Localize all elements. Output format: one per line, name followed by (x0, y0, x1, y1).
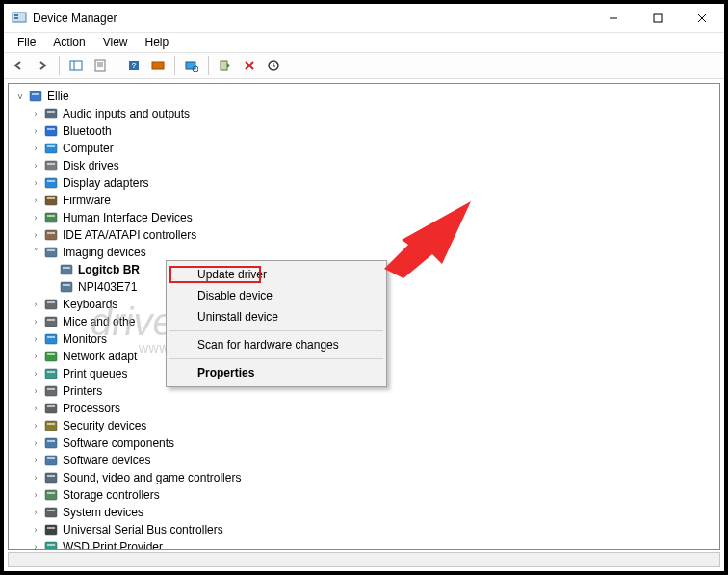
svg-rect-47 (47, 301, 55, 303)
minimize-button[interactable] (591, 4, 636, 32)
expand-icon[interactable]: › (30, 524, 41, 536)
expand-icon[interactable]: › (30, 108, 41, 119)
menu-view[interactable]: View (95, 34, 136, 51)
computer-icon (43, 141, 59, 156)
expand-icon[interactable]: › (30, 316, 41, 327)
expand-icon[interactable]: › (30, 177, 41, 189)
context-menu-item[interactable]: Disable device (169, 285, 384, 306)
svg-rect-73 (47, 527, 55, 529)
tree-category[interactable]: › Audio inputs and outputs (14, 105, 719, 122)
expand-icon[interactable]: › (30, 420, 41, 431)
tree-category-label: System devices (63, 506, 143, 519)
collapse-icon[interactable]: v (14, 91, 26, 102)
action-icon[interactable] (147, 55, 169, 76)
tree-category[interactable]: › Software devices (14, 452, 719, 469)
expand-icon[interactable]: › (30, 299, 41, 310)
tree-category-label: Keyboards (63, 298, 117, 311)
svg-rect-55 (47, 371, 55, 373)
scan-hardware-icon[interactable] (181, 55, 202, 76)
toolbar-separator (174, 56, 175, 75)
tree-category[interactable]: › Firmware (14, 192, 719, 209)
expand-icon[interactable]: › (30, 333, 41, 345)
svg-rect-28 (45, 144, 57, 153)
expand-icon[interactable]: › (30, 125, 41, 137)
properties-page-icon[interactable] (90, 55, 111, 76)
tree-category-label: Bluetooth (63, 124, 112, 138)
menu-help[interactable]: Help (138, 34, 177, 51)
uninstall-icon[interactable] (263, 55, 284, 76)
svg-rect-40 (45, 248, 57, 257)
expand-icon[interactable]: › (30, 403, 41, 414)
tree-category-label: Disk drives (63, 159, 119, 172)
tree-category[interactable]: › Computer (14, 140, 719, 157)
help-icon[interactable]: ? (123, 55, 144, 76)
toolbar-separator (208, 56, 209, 75)
svg-rect-2 (14, 17, 18, 19)
expand-icon[interactable]: › (30, 212, 41, 223)
tree-category[interactable]: › Storage controllers (14, 486, 719, 504)
menu-action[interactable]: Action (45, 34, 92, 51)
disable-icon[interactable] (239, 55, 260, 76)
expand-icon[interactable]: › (30, 160, 41, 171)
close-button[interactable] (680, 4, 724, 32)
tree-category[interactable]: › WSD Print Provider (14, 538, 719, 550)
camera-icon (59, 262, 74, 277)
tree-category[interactable]: › Security devices (14, 417, 719, 434)
expand-icon[interactable]: › (30, 229, 41, 241)
tree-category[interactable]: › Universal Serial Bus controllers (14, 521, 719, 538)
svg-rect-46 (45, 300, 57, 309)
context-menu-separator (169, 358, 383, 359)
expand-icon[interactable]: › (30, 541, 41, 550)
expand-icon[interactable]: › (30, 437, 41, 449)
window-title: Device Manager (33, 12, 591, 25)
root-icon (28, 89, 43, 104)
tree-category-label: Network adapt (63, 350, 137, 363)
expand-icon[interactable]: › (30, 143, 41, 154)
tree-root[interactable]: v Ellie (14, 88, 719, 105)
camera-icon (59, 279, 74, 295)
expand-icon[interactable]: › (30, 507, 41, 518)
svg-rect-66 (45, 473, 57, 483)
context-menu-item[interactable]: Properties (169, 362, 384, 383)
tree-category[interactable]: › Disk drives (14, 157, 719, 174)
expand-icon[interactable]: › (30, 385, 41, 397)
toolbar-separator (59, 56, 60, 75)
svg-rect-57 (47, 388, 55, 390)
tree-category[interactable]: › Display adapters (14, 174, 719, 192)
tree-category[interactable]: › System devices (14, 504, 719, 521)
expand-icon[interactable]: › (30, 489, 41, 501)
tree-category[interactable]: › Sound, video and game controllers (14, 469, 719, 486)
svg-rect-32 (45, 178, 57, 188)
tree-category[interactable]: › Processors (14, 400, 719, 417)
maximize-button[interactable] (636, 4, 680, 32)
back-icon[interactable] (8, 55, 29, 76)
expand-icon[interactable]: › (30, 368, 41, 379)
svg-rect-51 (47, 336, 55, 338)
collapse-icon[interactable]: ˅ (30, 247, 41, 258)
tree-category-label: Print queues (63, 367, 127, 380)
expand-icon[interactable]: › (30, 455, 41, 466)
context-menu-item[interactable]: Update driver (169, 264, 384, 285)
forward-icon[interactable] (32, 55, 53, 76)
expand-icon[interactable]: › (30, 195, 41, 206)
expand-icon[interactable]: › (30, 472, 41, 484)
svg-rect-30 (45, 161, 57, 170)
enable-icon[interactable] (215, 55, 236, 76)
bluetooth-icon (43, 123, 59, 139)
svg-rect-61 (47, 423, 55, 425)
menu-file[interactable]: File (10, 34, 43, 51)
tree-category[interactable]: › Software components (14, 434, 719, 452)
svg-rect-63 (47, 440, 55, 442)
context-menu-item[interactable]: Uninstall device (169, 306, 384, 327)
printer2-icon (43, 383, 59, 399)
tree-category[interactable]: ˅ Imaging devices (14, 244, 719, 261)
expand-icon[interactable]: › (30, 351, 41, 362)
show-hide-tree-icon[interactable] (65, 55, 87, 76)
tree-root-label: Ellie (47, 90, 69, 103)
svg-rect-45 (63, 284, 70, 286)
tree-category[interactable]: › Human Interface Devices (14, 209, 719, 226)
audio-icon (43, 106, 59, 121)
context-menu-item[interactable]: Scan for hardware changes (169, 334, 384, 355)
tree-category[interactable]: › IDE ATA/ATAPI controllers (14, 226, 719, 244)
tree-category[interactable]: › Bluetooth (14, 122, 719, 140)
